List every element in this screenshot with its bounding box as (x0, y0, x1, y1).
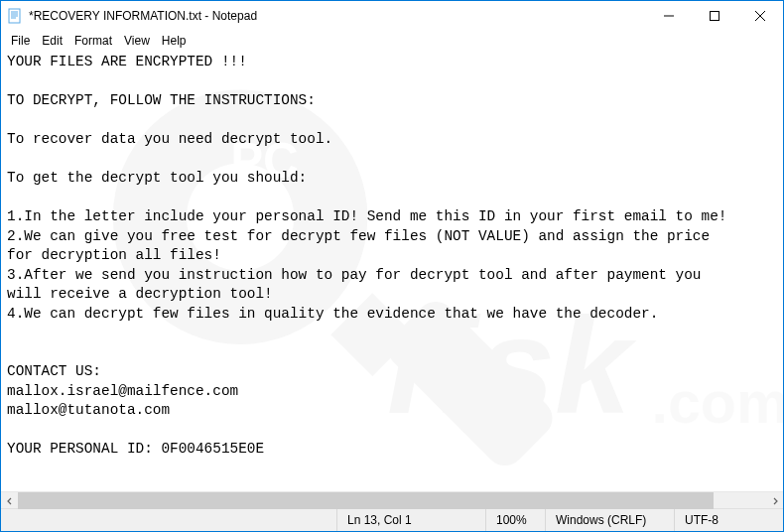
status-zoom: 100% (485, 509, 545, 531)
status-spacer (1, 509, 336, 531)
window-title: *RECOVERY INFORMATION.txt - Notepad (29, 9, 257, 23)
window-controls (646, 1, 783, 31)
close-button[interactable] (737, 1, 783, 31)
scroll-right-arrow-icon[interactable] (766, 492, 783, 509)
menu-help[interactable]: Help (156, 33, 193, 49)
status-position: Ln 13, Col 1 (336, 509, 485, 531)
menu-format[interactable]: Format (68, 33, 118, 49)
minimize-button[interactable] (646, 1, 692, 31)
menu-edit[interactable]: Edit (36, 33, 68, 49)
scroll-track[interactable] (18, 492, 766, 508)
maximize-button[interactable] (692, 1, 737, 31)
status-bar: Ln 13, Col 1 100% Windows (CRLF) UTF-8 (1, 508, 783, 531)
notepad-window: *RECOVERY INFORMATION.txt - Notepad File… (0, 0, 784, 532)
status-encoding: UTF-8 (674, 509, 783, 531)
document-text[interactable]: YOUR FILES ARE ENCRYPTED !!! TO DECRYPT,… (1, 51, 783, 462)
title-bar[interactable]: *RECOVERY INFORMATION.txt - Notepad (1, 1, 783, 31)
app-icon (7, 8, 23, 24)
horizontal-scrollbar[interactable] (1, 491, 783, 508)
editor-area[interactable]: PC risk .com YOUR FILES ARE ENCRYPTED !!… (1, 51, 783, 491)
svg-rect-6 (711, 12, 719, 21)
menu-view[interactable]: View (118, 33, 156, 49)
scroll-thumb[interactable] (18, 492, 714, 509)
scroll-left-arrow-icon[interactable] (1, 492, 18, 509)
menu-bar: File Edit Format View Help (1, 31, 783, 51)
status-line-ending: Windows (CRLF) (545, 509, 674, 531)
menu-file[interactable]: File (5, 33, 36, 49)
